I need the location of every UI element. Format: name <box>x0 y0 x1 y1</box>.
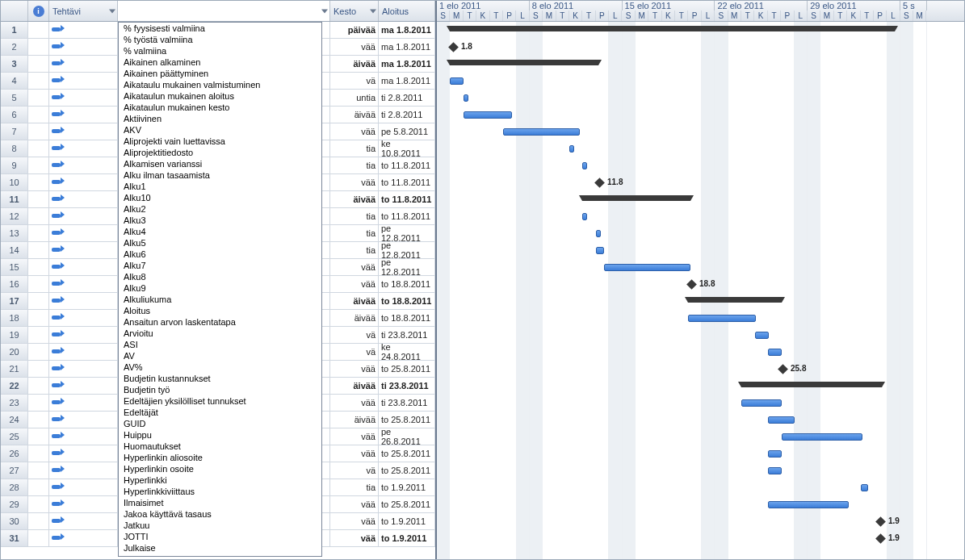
gantt-milestone[interactable] <box>875 533 886 544</box>
row-start-cell[interactable]: to 25.8.2011 <box>379 496 435 512</box>
row-start-cell[interactable]: to 18.8.2011 <box>379 276 435 292</box>
row-number[interactable]: 20 <box>1 344 28 360</box>
row-number[interactable]: 11 <box>1 191 28 207</box>
row-duration-cell[interactable]: untia <box>330 90 379 106</box>
gantt-task-bar[interactable] <box>596 247 604 254</box>
row-number[interactable]: 8 <box>1 140 28 157</box>
gantt-summary-bar[interactable] <box>688 297 782 303</box>
gantt-summary-bar[interactable] <box>450 60 598 65</box>
dropdown-item[interactable]: Aliprojekti vain luettavissa <box>119 136 321 147</box>
row-start-cell[interactable]: to 25.8.2011 <box>379 361 435 377</box>
row-number[interactable]: 28 <box>1 479 28 495</box>
row-start-cell[interactable]: to 18.8.2011 <box>379 293 435 309</box>
dropdown-item[interactable]: Huippu <box>119 429 321 441</box>
row-number[interactable]: 7 <box>1 123 28 140</box>
row-start-cell[interactable]: to 11.8.2011 <box>379 157 435 173</box>
gantt-summary-bar[interactable] <box>582 195 690 201</box>
row-start-cell[interactable]: to 25.8.2011 <box>379 412 435 428</box>
dropdown-item[interactable]: % fyysisesti valmiina <box>119 23 321 34</box>
gantt-task-bar[interactable] <box>596 230 601 237</box>
name-filter-input[interactable] <box>118 2 320 19</box>
dropdown-item[interactable]: Alku7 <box>119 260 321 271</box>
dropdown-item[interactable]: Julkaise <box>119 542 321 554</box>
row-start-cell[interactable]: to 18.8.2011 <box>379 310 435 326</box>
dropdown-item[interactable]: Aikainen alkaminen <box>119 56 321 68</box>
gantt-task-bar[interactable] <box>582 162 587 169</box>
gantt-task-bar[interactable] <box>464 111 512 119</box>
row-start-cell[interactable]: ma 1.8.2011 <box>379 73 435 89</box>
row-number[interactable]: 25 <box>1 428 28 445</box>
dropdown-item[interactable]: AV <box>119 350 321 361</box>
row-start-cell[interactable]: to 1.9.2011 <box>379 513 435 529</box>
row-number[interactable]: 29 <box>1 496 28 512</box>
row-duration-cell[interactable]: tia <box>330 242 379 258</box>
dropdown-item[interactable]: Aikataulun mukainen aloitus <box>119 90 321 102</box>
dropdown-item[interactable]: Hyperlinkkiviittaus <box>119 486 321 497</box>
row-start-cell[interactable]: pe 12.8.2011 <box>379 242 435 258</box>
row-start-cell[interactable]: ma 1.8.2011 <box>379 22 435 38</box>
dropdown-item[interactable]: Alku4 <box>119 226 321 237</box>
row-duration-cell[interactable]: äivää <box>330 378 379 394</box>
dropdown-item[interactable]: Alku5 <box>119 237 321 249</box>
gantt-task-bar[interactable] <box>768 467 782 474</box>
row-start-cell[interactable]: ti 23.8.2011 <box>379 378 435 394</box>
gantt-task-bar[interactable] <box>688 315 756 322</box>
dropdown-item[interactable]: Ansaitun arvon laskentatapa <box>119 316 321 328</box>
gantt-task-bar[interactable] <box>582 213 587 220</box>
row-start-cell[interactable]: ke 24.8.2011 <box>379 344 435 360</box>
gantt-task-bar[interactable] <box>604 264 690 271</box>
dropdown-item[interactable]: Aktiivinen <box>119 113 321 124</box>
dropdown-item[interactable]: Hyperlinkin osoite <box>119 463 321 474</box>
row-number[interactable]: 4 <box>1 73 28 89</box>
dropdown-item[interactable]: JOTTI <box>119 531 321 542</box>
dropdown-item[interactable]: % työstä valmiina <box>119 34 321 45</box>
row-number[interactable]: 17 <box>1 293 28 309</box>
gantt-task-bar[interactable] <box>450 77 464 85</box>
gantt-task-bar[interactable] <box>782 433 862 441</box>
dropdown-item[interactable]: AKV <box>119 124 321 136</box>
row-number[interactable]: 3 <box>1 56 28 72</box>
row-number[interactable]: 15 <box>1 259 28 275</box>
dropdown-item[interactable]: Aikataulun mukainen kesto <box>119 102 321 113</box>
row-duration-cell[interactable]: vää <box>330 123 379 140</box>
row-duration-cell[interactable]: äivää <box>330 107 379 123</box>
row-number[interactable]: 27 <box>1 462 28 479</box>
gantt-task-bar[interactable] <box>768 416 795 424</box>
dropdown-item[interactable]: Alku9 <box>119 282 321 294</box>
dropdown-item[interactable]: Alku2 <box>119 203 321 215</box>
row-number[interactable]: 13 <box>1 225 28 241</box>
row-duration-cell[interactable]: vää <box>330 445 379 462</box>
row-duration-cell[interactable]: vää <box>330 428 379 445</box>
field-picker-dropdown[interactable]: % fyysisesti valmiina% työstä valmiina% … <box>118 22 322 557</box>
dropdown-item[interactable]: Jatkuu <box>119 520 321 531</box>
row-duration-cell[interactable]: tia <box>330 479 379 495</box>
gantt-summary-bar[interactable] <box>450 26 895 31</box>
gantt-milestone[interactable] <box>778 364 788 374</box>
row-start-cell[interactable]: ma 1.8.2011 <box>379 39 435 55</box>
row-number[interactable]: 14 <box>1 242 28 258</box>
row-start-cell[interactable]: ti 23.8.2011 <box>379 395 435 411</box>
dropdown-item[interactable]: Alku3 <box>119 215 321 226</box>
row-start-cell[interactable]: pe 5.8.2011 <box>379 123 435 140</box>
row-duration-cell[interactable]: vää <box>330 513 379 529</box>
gantt-task-bar[interactable] <box>768 501 849 508</box>
dropdown-item[interactable]: Edeltäjät <box>119 407 321 418</box>
gantt-summary-bar[interactable] <box>741 382 882 387</box>
dropdown-item[interactable]: Jakoa käyttävä tasaus <box>119 508 321 520</box>
row-number[interactable]: 9 <box>1 157 28 173</box>
row-duration-cell[interactable]: vää <box>330 39 379 55</box>
row-start-cell[interactable]: ti 23.8.2011 <box>379 327 435 343</box>
gantt-task-bar[interactable] <box>569 145 574 153</box>
row-duration-cell[interactable]: äivää <box>330 191 379 207</box>
chevron-down-icon[interactable] <box>321 9 328 13</box>
header-rownum[interactable] <box>1 1 28 21</box>
row-start-cell[interactable]: ti 2.8.2011 <box>379 90 435 106</box>
dropdown-item[interactable]: Hyperlinkin aliosoite <box>119 452 321 463</box>
row-duration-cell[interactable]: äivää <box>330 412 379 428</box>
dropdown-item[interactable]: Alku10 <box>119 192 321 203</box>
dropdown-item[interactable]: Alku ilman tasaamista <box>119 169 321 181</box>
dropdown-item[interactable]: % valmiina <box>119 45 321 56</box>
row-number[interactable]: 16 <box>1 276 28 292</box>
row-duration-cell[interactable]: tia <box>330 208 379 224</box>
gantt-milestone[interactable] <box>686 279 697 290</box>
